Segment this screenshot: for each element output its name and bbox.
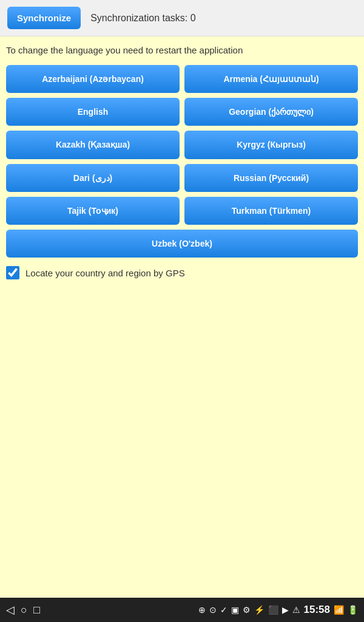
status-right-icons: ⊕ ⊙ ✓ ▣ ⚙ ⚡ ⬛ ▶ ⚠ 15:58 📶 🔋 [198, 604, 358, 616]
lang-button-1[interactable]: Armenia (Հայաստան) [184, 65, 358, 93]
sd-icon: ▣ [231, 605, 239, 615]
sync-tasks-label: Synchronization tasks: 0 [90, 13, 195, 24]
image-icon: ⬛ [268, 605, 278, 615]
synchronize-button[interactable]: Synchronize [7, 7, 81, 29]
main-content: To change the language you need to resta… [0, 36, 364, 598]
home-icon[interactable]: ○ [21, 604, 27, 617]
status-bar: ◁ ○ □ ⊕ ⊙ ✓ ▣ ⚙ ⚡ ⬛ ▶ ⚠ 15:58 📶 🔋 [0, 598, 364, 622]
play-icon: ▶ [282, 605, 289, 615]
wifi-icon: 📶 [334, 605, 344, 615]
gps-checkbox[interactable] [6, 266, 19, 279]
lang-button-7[interactable]: Russian (Русский) [184, 164, 358, 192]
lang-button-10[interactable]: Uzbek (O'zbek) [6, 230, 358, 258]
status-time: 15:58 [304, 604, 330, 616]
status-nav-icons: ◁ ○ □ [6, 603, 40, 617]
battery-icon: 🔋 [348, 605, 358, 615]
restart-notice: To change the language you need to resta… [6, 44, 358, 56]
recents-icon[interactable]: □ [33, 604, 40, 617]
lang-button-3[interactable]: Georgian (ქართული) [184, 98, 358, 126]
gps-row: Locate your country and region by GPS [6, 266, 358, 279]
lang-button-6[interactable]: Dari (دری) [6, 164, 180, 192]
gps-label: Locate your country and region by GPS [25, 268, 185, 278]
lang-button-2[interactable]: English [6, 98, 180, 126]
top-bar: Synchronize Synchronization tasks: 0 [0, 0, 364, 36]
warning-icon: ⚠ [292, 605, 300, 615]
lang-button-0[interactable]: Azerbaijani (Azərbaycan) [6, 65, 180, 93]
lang-button-8[interactable]: Tajik (Тоҷик) [6, 197, 180, 225]
add-icon: ⊕ [198, 605, 206, 615]
gps-status-icon: ⊙ [209, 605, 217, 615]
lang-button-4[interactable]: Kazakh (Қазақша) [6, 131, 180, 159]
usb-icon: ⚡ [254, 605, 265, 615]
device-icon: ⚙ [243, 605, 251, 615]
check-icon: ✓ [220, 605, 228, 615]
back-icon[interactable]: ◁ [6, 603, 15, 617]
language-grid: Azerbaijani (Azərbaycan)Armenia (Հայաստա… [6, 65, 358, 258]
lang-button-9[interactable]: Turkman (Türkmen) [184, 197, 358, 225]
lang-button-5[interactable]: Kyrgyz (Кыргыз) [184, 131, 358, 159]
